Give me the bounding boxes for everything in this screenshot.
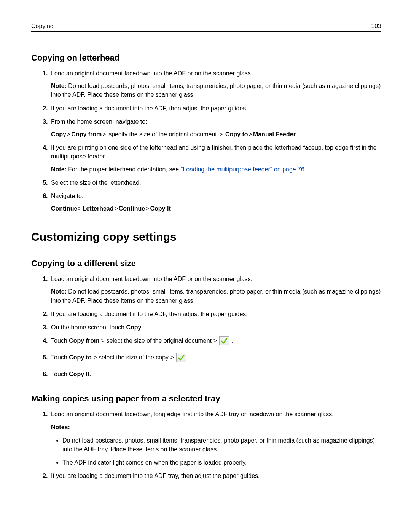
- step-prefix: Touch: [51, 337, 69, 344]
- step-mid: > select the size of the original docume…: [99, 337, 218, 344]
- ui-term: Copy: [126, 324, 141, 331]
- steps-copying-on-letterhead: Load an original document facedown into …: [31, 69, 381, 213]
- step-text: Load an original document facedown into …: [51, 276, 252, 282]
- list-item: From the home screen, navigate to: Copy>…: [49, 117, 381, 139]
- ui-term: Copy to: [69, 354, 92, 361]
- notes-block: Notes: Do not load postcards, photos, sm…: [51, 423, 381, 467]
- step-text: Navigate to:: [51, 193, 83, 199]
- note-prefix: For the proper letterhead orientation, s…: [67, 166, 181, 173]
- manual-page: Copying 103 Copying on letterhead Load a…: [0, 0, 411, 532]
- nav-segment: Manual Feeder: [253, 131, 296, 137]
- list-item: Load an original document facedown into …: [49, 275, 381, 305]
- step-text: If you are loading a document into the A…: [51, 105, 248, 112]
- nav-segment: Continue: [51, 205, 77, 212]
- note-text: Do not load postcards, photos, small ite…: [51, 288, 381, 304]
- note-suffix: .: [304, 166, 306, 173]
- step-prefix: Touch: [51, 354, 69, 361]
- notes-label: Notes:: [51, 424, 70, 430]
- bullet-item: The ADF indicator light comes on when th…: [62, 458, 381, 467]
- step-text: If you are loading a document into the A…: [51, 311, 248, 317]
- step-suffix: .: [187, 354, 190, 361]
- list-item: Load an original document facedown, long…: [49, 410, 381, 467]
- step-suffix: .: [230, 337, 233, 344]
- step-text: From the home screen, navigate to:: [51, 118, 147, 125]
- list-item: Touch Copy to > select the size of the c…: [49, 353, 381, 363]
- list-item: Select the size of the letterxhead.: [49, 178, 381, 187]
- list-item: If you are printing on one side of the l…: [49, 143, 381, 174]
- note-label: Note:: [51, 166, 67, 173]
- nav-path: Continue>Letterhead>Continue>Copy It: [51, 204, 381, 213]
- ui-term: Copy from: [69, 337, 99, 344]
- separator: >: [102, 131, 107, 137]
- step-text: If you are loading a document into the A…: [51, 473, 260, 479]
- heading-copies-selected-tray: Making copies using paper from a selecte…: [31, 394, 381, 404]
- list-item: If you are loading a document into the A…: [49, 104, 381, 113]
- step-text: Select the size of the letterxhead.: [51, 179, 141, 186]
- step-text: If you are printing on one side of the l…: [51, 144, 377, 160]
- separator: >: [218, 131, 223, 137]
- step-text: Load an original document facedown into …: [51, 70, 252, 77]
- list-item: Navigate to: Continue>Letterhead>Continu…: [49, 192, 381, 213]
- note-block: Note: For the proper letterhead orientat…: [51, 165, 381, 174]
- separator: >: [145, 205, 150, 212]
- separator: >: [113, 205, 118, 212]
- header-section: Copying: [31, 23, 54, 30]
- ui-term: Copy It: [69, 371, 89, 377]
- step-suffix: .: [89, 371, 91, 377]
- list-item: Load an original document facedown into …: [49, 69, 381, 99]
- nav-segment: Copy to: [225, 131, 248, 137]
- check-icon: [176, 353, 186, 362]
- header-page-number: 103: [371, 23, 381, 30]
- note-label: Note:: [51, 83, 67, 89]
- nav-segment: Copy from: [71, 131, 102, 137]
- check-icon: [219, 336, 229, 345]
- step-mid: > select the size of the copy >: [92, 354, 176, 361]
- note-block: Note: Do not load postcards, photos, sma…: [51, 81, 381, 99]
- steps-copying-different-size: Load an original document facedown into …: [31, 275, 381, 379]
- link-loading-multipurpose-feeder[interactable]: "Loading the multipurpose feeder" on pag…: [181, 166, 304, 173]
- nav-segment: Copy It: [150, 205, 170, 212]
- list-item: Touch Copy from > select the size of the…: [49, 336, 381, 346]
- separator: >: [248, 131, 253, 137]
- note-block: Note: Do not load postcards, photos, sma…: [51, 287, 381, 305]
- note-label: Note:: [51, 288, 67, 295]
- page-header: Copying 103: [31, 23, 381, 32]
- step-prefix: Touch: [51, 371, 69, 377]
- heading-copying-on-letterhead: Copying on letterhead: [31, 53, 381, 63]
- step-text: Load an original document facedown, long…: [51, 411, 334, 417]
- nav-segment: Copy: [51, 131, 66, 137]
- nav-segment: Continue: [119, 205, 145, 212]
- heading-copying-different-size: Copying to a different size: [31, 259, 381, 268]
- separator: >: [66, 131, 71, 137]
- bullet-item: Do not load postcards, photos, small ite…: [62, 436, 381, 454]
- nav-inline-text: specify the size of the original documen…: [107, 131, 219, 137]
- notes-bullets: Do not load postcards, photos, small ite…: [51, 436, 381, 467]
- step-suffix: .: [141, 324, 143, 331]
- heading-customizing-copy-settings: Customizing copy settings: [31, 230, 381, 243]
- list-item: If you are loading a document into the A…: [49, 310, 381, 318]
- note-text: Do not load postcards, photos, small ite…: [51, 83, 381, 98]
- nav-path: Copy>Copy from> specify the size of the …: [51, 130, 381, 139]
- list-item: If you are loading a document into the A…: [49, 471, 381, 480]
- list-item: Touch Copy It.: [49, 370, 381, 379]
- separator: >: [77, 205, 82, 212]
- steps-copies-selected-tray: Load an original document facedown, long…: [31, 410, 381, 480]
- nav-segment: Letterhead: [83, 205, 114, 212]
- list-item: On the home screen, touch Copy.: [49, 323, 381, 332]
- step-prefix: On the home screen, touch: [51, 324, 126, 331]
